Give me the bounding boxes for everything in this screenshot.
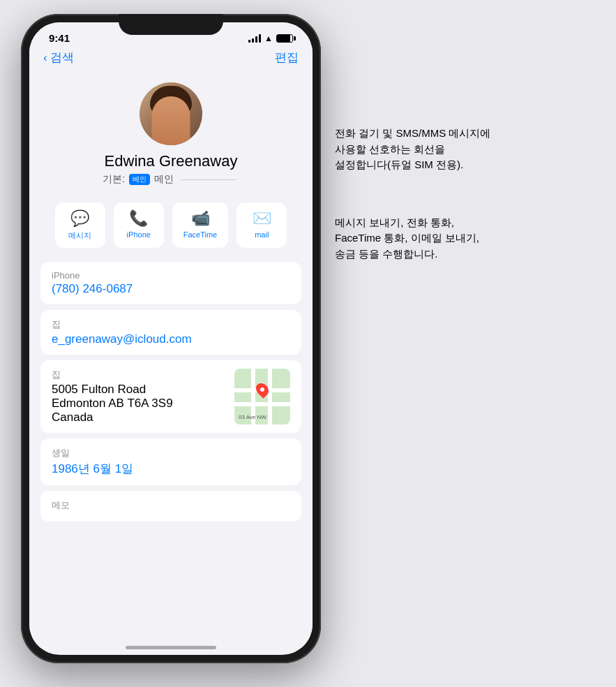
avatar-face — [152, 96, 190, 145]
nav-bar: ‹ 검색 편집 — [29, 47, 313, 71]
birthday-value: 1986년 6월 1일 — [52, 461, 290, 477]
map-label: 03 Ave NW — [239, 414, 266, 420]
annotation-sim: 전화 걸기 및 SMS/MMS 메시지에사용할 선호하는 회선을설정합니다(듀얼… — [335, 126, 602, 173]
address-line2: Edmonton AB T6A 3S9 — [52, 397, 226, 411]
annotation-sim-text: 전화 걸기 및 SMS/MMS 메시지에사용할 선호하는 회선을설정합니다(듀얼… — [335, 126, 602, 173]
action-buttons: 💬 메시지 📞 iPhone 📹 FaceTime ✉️ mail — [29, 194, 313, 256]
content-area: Edwina Greenaway 기본: 베인 메인 💬 메시지 — [29, 71, 313, 648]
map-thumbnail[interactable]: 03 Ave NW — [234, 369, 290, 424]
status-icons: ▲ — [248, 34, 293, 43]
annotation-actions: 메시지 보내기, 전화 통화,FaceTime 통화, 이메일 보내기,송금 등… — [335, 215, 602, 263]
notch — [119, 14, 223, 35]
sim-badge: 베인 — [129, 174, 150, 185]
iphone-label: iPhone — [127, 230, 151, 239]
phone-label: iPhone — [52, 270, 290, 281]
mail-button[interactable]: ✉️ mail — [236, 202, 287, 248]
message-button[interactable]: 💬 메시지 — [55, 202, 105, 248]
phone-icon: 📞 — [129, 209, 148, 228]
memo-section[interactable]: 메모 — [40, 491, 301, 522]
facetime-label: FaceTime — [183, 230, 218, 239]
iphone-call-button[interactable]: 📞 iPhone — [114, 202, 164, 248]
back-label: 검색 — [50, 50, 74, 66]
email-section[interactable]: 집 e_greenaway@icloud.com — [40, 310, 301, 355]
facetime-icon: 📹 — [191, 209, 210, 228]
home-indicator — [126, 646, 216, 649]
line-divider — [181, 179, 236, 180]
annotations-area: 전화 걸기 및 SMS/MMS 메시지에사용할 선호하는 회선을설정합니다(듀얼… — [321, 112, 616, 276]
address-line1: 5005 Fulton Road — [52, 383, 226, 397]
address-text: 집 5005 Fulton Road Edmonton AB T6A 3S9 C… — [52, 369, 226, 424]
edit-button[interactable]: 편집 — [275, 50, 299, 66]
back-button[interactable]: ‹ 검색 — [43, 50, 74, 66]
contact-header: Edwina Greenaway 기본: 베인 메인 — [29, 71, 313, 194]
message-icon: 💬 — [70, 209, 89, 228]
scene: 9:41 ▲ ‹ 검색 — [0, 0, 616, 677]
contact-line-info: 기본: 베인 메인 — [103, 173, 239, 186]
facetime-button[interactable]: 📹 FaceTime — [172, 202, 229, 248]
phone-section[interactable]: iPhone (780) 246-0687 — [40, 262, 301, 304]
message-label: 메시지 — [68, 230, 91, 241]
avatar — [140, 82, 202, 145]
address-line3: Canada — [52, 411, 226, 424]
contact-name: Edwina Greenaway — [105, 152, 238, 170]
screen: 9:41 ▲ ‹ 검색 — [29, 22, 313, 655]
birthday-section[interactable]: 생일 1986년 6월 1일 — [40, 438, 301, 485]
email-value[interactable]: e_greenaway@icloud.com — [52, 332, 290, 346]
phone-value[interactable]: (780) 246-0687 — [52, 282, 290, 296]
line-suffix: 메인 — [154, 173, 174, 186]
mail-label: mail — [255, 230, 269, 239]
battery-icon — [276, 34, 293, 43]
iphone-device: 9:41 ▲ ‹ 검색 — [21, 14, 321, 663]
annotation-actions-text: 메시지 보내기, 전화 통화,FaceTime 통화, 이메일 보내기,송금 등… — [335, 215, 602, 263]
line-prefix: 기본: — [103, 173, 125, 186]
memo-label: 메모 — [52, 499, 290, 512]
address-label: 집 — [52, 369, 226, 381]
wifi-icon: ▲ — [264, 34, 273, 43]
signal-icon — [248, 34, 261, 43]
birthday-label: 생일 — [52, 447, 290, 459]
address-section[interactable]: 집 5005 Fulton Road Edmonton AB T6A 3S9 C… — [40, 360, 301, 433]
email-label: 집 — [52, 318, 290, 331]
chevron-left-icon: ‹ — [43, 51, 47, 65]
mail-icon: ✉️ — [253, 209, 271, 228]
status-time: 9:41 — [49, 32, 70, 44]
